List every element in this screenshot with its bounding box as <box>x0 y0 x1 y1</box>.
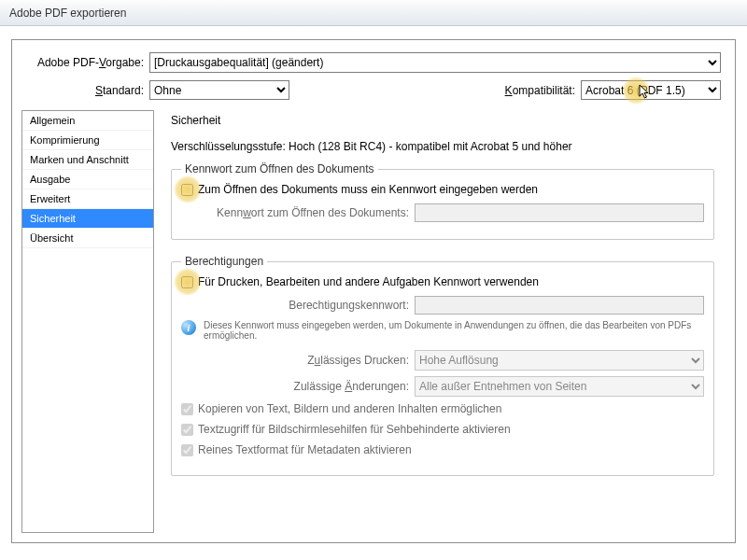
print-allowed-label: Zulässiges Drucken: <box>181 354 415 367</box>
sidebar-item-allgemein[interactable]: Allgemein <box>22 111 153 131</box>
changes-allowed-row: Zulässige Änderungen: Alle außer Entnehm… <box>181 376 704 397</box>
allow-screenreader-checkbox[interactable] <box>181 424 193 436</box>
encryption-level: Verschlüsselungsstufe: Hoch (128 Bit RC4… <box>171 140 714 153</box>
standard-label: Standard: <box>26 84 149 97</box>
open-password-field-row: Kennwort zum Öffnen des Dokuments: <box>181 203 704 222</box>
perm-password-label: Berechtigungskennwort: <box>181 299 415 312</box>
open-password-label: Kennwort zum Öffnen des Dokuments: <box>181 206 415 219</box>
permissions-group: Berechtigungen Für Drucken, Bearbeiten u… <box>171 255 714 476</box>
window-title: Adobe PDF exportieren <box>9 7 126 20</box>
allow-copy-checkbox[interactable] <box>181 403 193 415</box>
sidebar-item-erweitert[interactable]: Erweitert <box>22 189 153 209</box>
info-icon <box>181 320 196 335</box>
compat-label: Kompatibilität: <box>505 84 581 97</box>
header-area: Adobe PDF-Vorgabe: [Druckausgabequalität… <box>17 45 730 113</box>
security-panel: Sicherheit Verschlüsselungsstufe: Hoch (… <box>154 110 726 533</box>
sidebar-item-marken[interactable]: Marken und Anschnitt <box>22 150 153 170</box>
sidebar-item-ausgabe[interactable]: Ausgabe <box>22 170 153 189</box>
sidebar-item-uebersicht[interactable]: Übersicht <box>22 229 153 248</box>
dialog-panel: Adobe PDF-Vorgabe: [Druckausgabequalität… <box>11 39 736 543</box>
standard-select[interactable]: Ohne <box>149 80 289 100</box>
perm-group-legend: Berechtigungen <box>181 255 267 268</box>
compat-select[interactable]: Acrobat 6 (PDF 1.5) <box>581 80 721 100</box>
preset-select[interactable]: [Druckausgabequalität] (geändert) <box>149 52 721 73</box>
title-bar: Adobe PDF exportieren <box>0 0 747 26</box>
perm-password-checkbox-row: Für Drucken, Bearbeiten und andere Aufga… <box>181 275 704 288</box>
plaintext-metadata-checkbox[interactable] <box>181 444 193 456</box>
standard-compat-row: Standard: Ohne Kompatibilität: Acrobat 6… <box>26 80 721 100</box>
open-password-checkbox-row: Zum Öffnen des Dokuments muss ein Kennwo… <box>181 183 704 196</box>
perm-info-row: Dieses Kennwort muss eingegeben werden, … <box>181 320 704 341</box>
sidebar-item-komprimierung[interactable]: Komprimierung <box>22 131 153 150</box>
preset-row: Adobe PDF-Vorgabe: [Druckausgabequalität… <box>26 52 721 73</box>
plaintext-metadata-label: Reines Textformat für Metadaten aktivier… <box>198 443 412 456</box>
sidebar-item-sicherheit[interactable]: Sicherheit <box>22 209 153 229</box>
print-allowed-select[interactable]: Hohe Auflösung <box>415 350 704 371</box>
panel-title: Sicherheit <box>171 114 714 127</box>
sidebar: Allgemein Komprimierung Marken und Ansch… <box>21 110 154 533</box>
open-password-group: Kennwort zum Öffnen des Dokuments Zum Öf… <box>171 162 714 240</box>
allow-screenreader-label: Textzugriff für Bildschirmlesehilfen für… <box>198 423 511 436</box>
perm-password-field[interactable] <box>415 296 704 315</box>
print-allowed-row: Zulässiges Drucken: Hohe Auflösung <box>181 350 704 371</box>
perm-limits-list: Kopieren von Text, Bildern und anderen I… <box>181 402 704 456</box>
perm-password-checkbox[interactable] <box>181 276 193 288</box>
open-password-checkbox-label: Zum Öffnen des Dokuments muss ein Kennwo… <box>198 183 538 196</box>
perm-info-text: Dieses Kennwort muss eingegeben werden, … <box>204 320 704 341</box>
open-password-field[interactable] <box>415 203 704 222</box>
open-password-checkbox[interactable] <box>181 184 193 196</box>
changes-allowed-select[interactable]: Alle außer Entnehmen von Seiten <box>415 376 704 397</box>
perm-password-checkbox-label: Für Drucken, Bearbeiten und andere Aufga… <box>198 275 539 288</box>
allow-copy-label: Kopieren von Text, Bildern und anderen I… <box>198 402 501 415</box>
open-group-legend: Kennwort zum Öffnen des Dokuments <box>181 162 378 175</box>
changes-allowed-label: Zulässige Änderungen: <box>181 380 415 393</box>
perm-password-field-row: Berechtigungskennwort: <box>181 296 704 315</box>
preset-label: Adobe PDF-Vorgabe: <box>26 56 149 69</box>
